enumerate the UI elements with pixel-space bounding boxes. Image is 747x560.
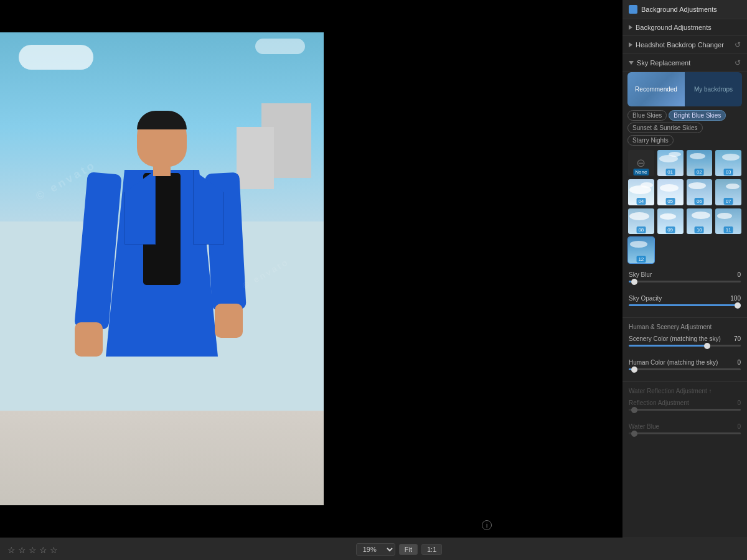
star-5[interactable]: ☆ xyxy=(50,545,59,554)
sky-label-12: 12 xyxy=(636,256,646,263)
reflection-value: 0 xyxy=(737,399,741,406)
cat-starry-nights[interactable]: Starry Nights xyxy=(627,135,674,146)
sky-label-04: 04 xyxy=(636,198,646,205)
sky-replacement-section: Recommended My backdrops Blue Skies Brig… xyxy=(622,72,747,443)
divider-2 xyxy=(622,381,747,382)
canvas-area: © envato © envato i xyxy=(0,0,622,538)
sky-thumb-12[interactable]: 12 xyxy=(627,236,655,264)
sky-opacity-fill xyxy=(629,304,741,306)
cat-bright-blue-skies[interactable]: Bright Blue Skies xyxy=(669,110,726,121)
reflection-label: Reflection Adjustment xyxy=(629,399,689,406)
water-reflection-header: Water Reflection Adjustment ↑ xyxy=(622,385,747,396)
panel-header-title: Background Adjustments xyxy=(641,6,717,13)
sky-opacity-section: Sky Opacity 100 xyxy=(622,291,747,315)
sky-thumb-04[interactable]: 04 xyxy=(627,179,655,206)
human-color-handle[interactable] xyxy=(631,366,637,373)
human-color-track[interactable] xyxy=(629,368,741,370)
recommended-tab-label: Recommended xyxy=(635,85,677,93)
headshot-backdrop-label: Headshot Backdrop Changer xyxy=(636,41,724,49)
bottom-center: 19% 25% 50% 100% Fit 1:1 xyxy=(356,543,443,556)
star-3[interactable]: ☆ xyxy=(29,545,37,554)
water-blue-value: 0 xyxy=(737,423,741,430)
sky-blur-label: Sky Blur xyxy=(629,271,652,278)
sky-thumb-05[interactable]: 05 xyxy=(657,179,684,206)
person-head xyxy=(137,111,187,167)
photo-background: © envato © envato xyxy=(0,32,324,505)
sky-replacement-label: Sky Replacement xyxy=(637,59,690,67)
sky-thumb-10[interactable]: 10 xyxy=(686,208,713,235)
bottom-bar: ☆ ☆ ☆ ☆ ☆ 19% 25% 50% 100% Fit 1:1 xyxy=(0,538,747,560)
sky-thumb-none[interactable]: ⊖ None xyxy=(627,149,655,177)
sky-blur-track[interactable] xyxy=(629,281,741,282)
sky-label-none: None xyxy=(633,169,649,175)
sky-thumb-02[interactable]: 02 xyxy=(686,149,713,177)
sky-thumb-09[interactable]: 09 xyxy=(657,208,684,235)
water-blue-section: Water Blue 0 xyxy=(622,419,747,443)
expand-icon xyxy=(629,61,634,65)
human-color-row: Human Color (matching the sky) 0 xyxy=(629,359,741,366)
sky-opacity-track[interactable] xyxy=(629,304,741,306)
section-sky-replacement[interactable]: Sky Replacement ↺ xyxy=(622,54,747,72)
sky-opacity-row: Sky Opacity 100 xyxy=(629,295,741,302)
water-blue-row: Water Blue 0 xyxy=(629,423,741,430)
category-tabs: Blue Skies Bright Blue Skies Sunset & Su… xyxy=(622,110,747,149)
human-scenery-header: Human & Scenery Adjustment xyxy=(622,320,747,332)
cat-sunset-sunrise[interactable]: Sunset & Sunrise Skies xyxy=(627,123,703,133)
cloud-1 xyxy=(19,45,93,70)
sky-blur-handle[interactable] xyxy=(631,279,637,285)
sky-opacity-value: 100 xyxy=(730,295,741,302)
collapse-icon xyxy=(629,25,632,30)
my-backdrops-tab[interactable]: My backdrops xyxy=(685,72,742,106)
sky-thumb-07[interactable]: 07 xyxy=(715,179,742,206)
sky-refresh-icon[interactable]: ↺ xyxy=(735,58,741,67)
ratio-button[interactable]: 1:1 xyxy=(421,544,442,555)
sky-thumb-11[interactable]: 11 xyxy=(715,208,742,235)
scenery-color-row: Scenery Color (matching the sky) 70 xyxy=(629,335,741,342)
reflection-row: Reflection Adjustment 0 xyxy=(629,399,741,406)
sky-label-09: 09 xyxy=(665,226,675,233)
reflection-track xyxy=(629,409,741,411)
sky-opacity-label: Sky Opacity xyxy=(629,295,662,302)
star-4[interactable]: ☆ xyxy=(39,545,48,554)
recommended-tab[interactable]: Recommended xyxy=(627,72,685,106)
sky-blur-section: Sky Blur 0 xyxy=(622,268,747,291)
star-2[interactable]: ☆ xyxy=(18,545,27,554)
sky-blur-row: Sky Blur 0 xyxy=(629,271,741,278)
star-1[interactable]: ☆ xyxy=(7,545,16,554)
sky-thumb-03[interactable]: 03 xyxy=(715,149,742,177)
background-adjustments-label: Background Adjustments xyxy=(636,24,712,31)
sky-thumbnails-grid: ⊖ None 01 02 xyxy=(622,149,747,268)
collapse-icon-2 xyxy=(629,42,632,47)
cat-blue-skies[interactable]: Blue Skies xyxy=(627,110,667,121)
reflection-handle xyxy=(631,407,637,413)
sky-label-03: 03 xyxy=(724,169,733,175)
scenery-color-track[interactable] xyxy=(629,345,741,347)
section-headshot-backdrop[interactable]: Headshot Backdrop Changer ↺ xyxy=(622,36,747,54)
cloud-2 xyxy=(255,39,305,54)
sky-label-08: 08 xyxy=(636,226,646,233)
sky-thumb-08[interactable]: 08 xyxy=(627,208,655,235)
zoom-select[interactable]: 19% 25% 50% 100% xyxy=(356,543,395,556)
right-panel: Background Adjustments Background Adjust… xyxy=(622,0,747,538)
sky-label-05: 05 xyxy=(665,198,675,205)
main-area: © envato © envato i Background Adjustmen… xyxy=(0,0,747,538)
water-blue-track xyxy=(629,432,741,434)
sky-opacity-handle[interactable] xyxy=(735,302,741,309)
scenery-color-label: Scenery Color (matching the sky) xyxy=(629,335,721,342)
photo-container: © envato © envato xyxy=(0,32,324,505)
hand-left xyxy=(75,322,103,357)
fit-button[interactable]: Fit xyxy=(399,544,418,555)
scenery-color-handle[interactable] xyxy=(704,343,710,349)
divider-1 xyxy=(622,317,747,318)
sky-thumb-01[interactable]: 01 xyxy=(657,149,684,177)
sky-thumb-06[interactable]: 06 xyxy=(686,179,713,206)
hand-right xyxy=(215,304,243,338)
section-background-adjustments[interactable]: Background Adjustments xyxy=(622,19,747,36)
refresh-icon[interactable]: ↺ xyxy=(735,40,741,49)
human-color-label: Human Color (matching the sky) xyxy=(629,359,718,366)
info-icon[interactable]: i xyxy=(482,520,492,530)
stars-row: ☆ ☆ ☆ ☆ ☆ xyxy=(7,545,59,554)
sky-blur-value: 0 xyxy=(737,271,741,278)
sky-label-02: 02 xyxy=(695,169,704,175)
sky-label-01: 01 xyxy=(665,169,675,175)
